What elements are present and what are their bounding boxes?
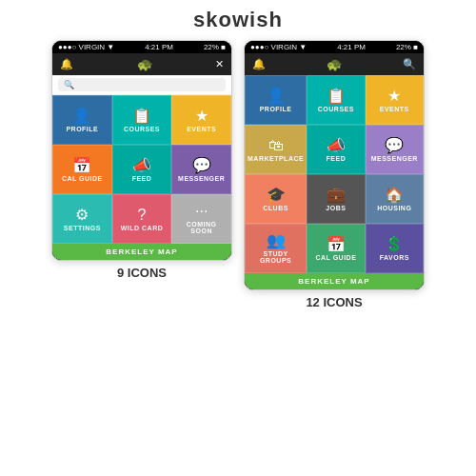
grid-12: 👤 PROFILE 📋 COURSES ★ EVENTS 🛍 MARKETPLA… — [245, 75, 424, 273]
grid12-cell-profile[interactable]: 👤 PROFILE — [245, 75, 307, 125]
wild-card-label: WILD CARD — [121, 225, 164, 231]
nav-bar-12: 🔔 🐢 🔍 — [245, 53, 424, 75]
coming-soon-label: COMING SOON — [174, 221, 228, 234]
grid12-cell-courses[interactable]: 📋 COURSES — [307, 75, 365, 125]
status-bar-12: ●●●○ VIRGIN ▼ 4:21 PM 22% ■ — [245, 41, 424, 53]
grid9-cell-coming-soon[interactable]: ··· COMING SOON — [171, 194, 231, 244]
favors-label-12: FAVORS — [380, 254, 409, 261]
grid12-cell-clubs[interactable]: 🎓 CLUBS — [245, 174, 307, 224]
grid9-cell-messenger[interactable]: 💬 MESSENGER — [171, 145, 231, 194]
settings-icon: ⚙ — [75, 208, 89, 223]
clubs-label-12: CLUBS — [263, 205, 288, 211]
feed-label-12: FEED — [327, 155, 347, 162]
grid12-cell-marketplace[interactable]: 🛍 MARKETPLACE — [245, 125, 307, 174]
feed-icon-12: 📣 — [327, 138, 346, 153]
cal-guide-label: CAL GUIDE — [62, 175, 103, 182]
study-groups-label-12: STUDY GROUPS — [248, 250, 304, 264]
courses-label: COURSES — [124, 126, 160, 132]
berkeley-map-9[interactable]: BERKELEY MAP — [52, 244, 231, 260]
profile-icon: 👤 — [72, 109, 91, 124]
jobs-label-12: JOBS — [326, 205, 346, 211]
housing-icon-12: 🏠 — [385, 188, 404, 203]
events-icon-12: ★ — [387, 89, 401, 104]
turtle-icon: 🐢 — [137, 57, 152, 71]
jobs-icon-12: 💼 — [327, 188, 346, 203]
profile-label: PROFILE — [66, 126, 98, 132]
grid9-cell-profile[interactable]: 👤 PROFILE — [52, 95, 112, 145]
nav-bar-9: 🔔 🐢 ✕ — [52, 53, 231, 75]
grid9-cell-courses[interactable]: 📋 COURSES — [112, 95, 172, 145]
profile-label-12: PROFILE — [260, 106, 292, 112]
phone-9: ●●●○ VIRGIN ▼ 4:21 PM 22% ■ 🔔 🐢 ✕ 🔍 — [51, 40, 232, 261]
messenger-icon-12: 💬 — [385, 138, 404, 153]
grid9-cell-settings[interactable]: ⚙ SETTINGS — [52, 194, 112, 244]
status-right-12: 22% ■ — [396, 43, 418, 51]
phone-12-label: 12 ICONS — [306, 295, 362, 309]
cal-guide-label-12: CAL GUIDE — [315, 254, 356, 261]
grid-9: 👤 PROFILE 📋 COURSES ★ EVENTS 📅 CAL GUIDE… — [52, 95, 231, 244]
profile-icon-12: 👤 — [267, 89, 286, 104]
grid9-cell-cal-guide[interactable]: 📅 CAL GUIDE — [52, 145, 112, 194]
courses-label-12: COURSES — [318, 106, 354, 112]
events-label-12: EVENTS — [380, 106, 409, 112]
coming-soon-icon: ··· — [195, 204, 208, 219]
messenger-icon: 💬 — [192, 158, 211, 173]
grid12-cell-events[interactable]: ★ EVENTS — [366, 75, 424, 125]
grid12-cell-favors[interactable]: 💲 FAVORS — [366, 224, 424, 273]
search-input-9[interactable]: 🔍 — [58, 78, 226, 91]
feed-label: FEED — [132, 175, 152, 182]
settings-label: SETTINGS — [64, 225, 101, 231]
grid9-cell-events[interactable]: ★ EVENTS — [171, 95, 231, 145]
messenger-label: MESSENGER — [178, 175, 225, 182]
close-icon[interactable]: ✕ — [215, 58, 224, 70]
grid12-cell-housing[interactable]: 🏠 HOUSING — [366, 174, 424, 224]
grid12-cell-cal-guide[interactable]: 📅 CAL GUIDE — [307, 224, 365, 273]
courses-icon: 📋 — [132, 109, 151, 124]
events-label: EVENTS — [187, 126, 216, 132]
status-time-9: 4:21 PM — [145, 43, 173, 51]
phone-12-wrapper: ●●●○ VIRGIN ▼ 4:21 PM 22% ■ 🔔 🐢 🔍 👤 PROF… — [244, 40, 425, 309]
grid9-cell-feed[interactable]: 📣 FEED — [112, 145, 172, 194]
feed-icon: 📣 — [132, 158, 151, 173]
search-icon: 🔍 — [64, 80, 74, 89]
favors-icon-12: 💲 — [385, 237, 404, 252]
bell-icon[interactable]: 🔔 — [60, 58, 73, 70]
grid12-cell-study-groups[interactable]: 👥 STUDY GROUPS — [245, 224, 307, 273]
messenger-label-12: MESSENGER — [371, 155, 418, 162]
grid12-cell-feed[interactable]: 📣 FEED — [307, 125, 365, 174]
grid12-cell-jobs[interactable]: 💼 JOBS — [307, 174, 365, 224]
status-left-9: ●●●○ VIRGIN ▼ — [58, 43, 114, 51]
phone-12: ●●●○ VIRGIN ▼ 4:21 PM 22% ■ 🔔 🐢 🔍 👤 PROF… — [244, 40, 425, 290]
app-title: skowish — [0, 0, 476, 36]
turtle-icon-12: 🐢 — [327, 57, 342, 71]
status-time-12: 4:21 PM — [337, 43, 366, 51]
marketplace-label-12: MARKETPLACE — [248, 155, 304, 162]
search-bar-9: 🔍 — [52, 75, 231, 95]
bell-icon-12[interactable]: 🔔 — [252, 58, 266, 70]
study-groups-icon-12: 👥 — [267, 233, 286, 248]
status-left-12: ●●●○ VIRGIN ▼ — [250, 43, 307, 51]
wild-card-icon: ? — [138, 208, 147, 223]
cal-guide-icon: 📅 — [72, 158, 91, 173]
grid9-cell-wild-card[interactable]: ? WILD CARD — [112, 194, 172, 244]
cal-guide-icon-12: 📅 — [327, 237, 346, 252]
phone-9-label: 9 ICONS — [117, 266, 167, 280]
events-icon: ★ — [195, 109, 208, 124]
phones-container: ●●●○ VIRGIN ▼ 4:21 PM 22% ■ 🔔 🐢 ✕ 🔍 — [0, 36, 476, 311]
berkeley-map-12[interactable]: BERKELEY MAP — [245, 273, 424, 289]
status-right-9: 22% ■ — [204, 43, 226, 51]
courses-icon-12: 📋 — [327, 89, 346, 104]
marketplace-icon-12: 🛍 — [268, 138, 284, 153]
grid12-cell-messenger[interactable]: 💬 MESSENGER — [366, 125, 424, 174]
housing-label-12: HOUSING — [377, 205, 411, 211]
clubs-icon-12: 🎓 — [267, 188, 286, 203]
search-nav-icon-12[interactable]: 🔍 — [403, 58, 416, 70]
phone-9-wrapper: ●●●○ VIRGIN ▼ 4:21 PM 22% ■ 🔔 🐢 ✕ 🔍 — [51, 40, 232, 309]
status-bar-9: ●●●○ VIRGIN ▼ 4:21 PM 22% ■ — [52, 41, 231, 53]
